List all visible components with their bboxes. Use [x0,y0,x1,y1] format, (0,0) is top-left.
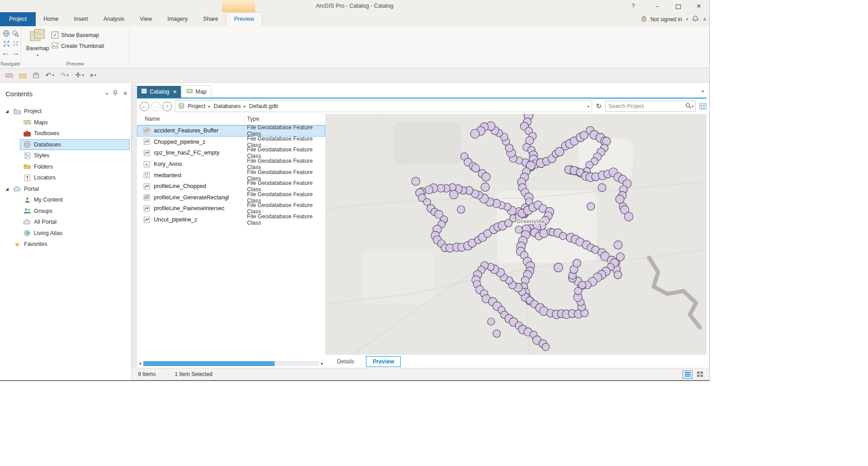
tree-item-groups[interactable]: Groups [0,206,131,217]
list-view-toggle[interactable] [683,370,693,379]
search-icon[interactable] [685,103,692,110]
ribbon-tab-view[interactable]: View [132,12,160,26]
tree-item-maps[interactable]: Maps [0,117,131,128]
close-tab-icon[interactable]: ✕ [173,89,177,95]
tree-item-label: Toolboxes [34,130,59,137]
file-row[interactable]: Chopped_pipeline_zFile Geodatabase Featu… [137,137,325,148]
view-options-button[interactable] [699,103,707,109]
ribbon-tab-share[interactable]: Share [195,12,226,26]
preview-tab-details[interactable]: Details [332,357,359,367]
breadcrumb-segment[interactable]: Default.gdb [249,103,278,109]
file-row[interactable]: profileLine_ChoppedFile Geodatabase Feat… [137,181,325,192]
caret-down-icon[interactable]: ▾ [52,73,54,77]
tree-item-styles[interactable]: Styles [0,150,131,161]
tree-item-all-portal[interactable]: All Portal [0,217,131,228]
up-button[interactable]: ↑ [162,102,172,111]
tab-map[interactable]: Map [182,85,211,98]
tab-catalog[interactable]: Catalog ✕ [137,86,181,98]
thumbnail-view-toggle[interactable] [695,370,705,379]
ribbon-tab-home[interactable]: Home [36,12,66,26]
file-name: Chopped_pipeline_z [154,139,205,145]
expander-icon[interactable]: ◢ [5,187,13,191]
search-input[interactable] [606,103,685,109]
panel-menu-chevron-icon[interactable]: ▾ [106,92,108,96]
tree-item-project[interactable]: ◢Project [0,106,131,117]
column-divider[interactable] [244,115,245,123]
ribbon-tab-preview[interactable]: Preview [226,12,262,26]
close-panel-icon[interactable]: ✕ [123,90,128,97]
scrollbar-thumb[interactable] [143,361,275,366]
explore-tool-button[interactable]: ▾ [73,71,86,80]
panel-splitter[interactable] [132,83,137,368]
tree-item-my-content[interactable]: My Content [0,194,131,206]
redo-button[interactable]: ↷▾ [58,71,70,80]
ribbon-tab-project[interactable]: Project [0,12,36,26]
refresh-icon[interactable]: ↻ [596,102,602,110]
zoom-extent-icon[interactable] [2,39,10,48]
next-extent-button[interactable]: → [11,48,20,58]
open-project-button[interactable] [17,72,28,79]
back-button[interactable]: ← [140,102,149,111]
zoom-fixed-icon[interactable] [11,39,19,48]
file-row[interactable]: cpz_line_hasZ_FC_emptyFile Geodatabase F… [137,147,325,159]
previous-extent-button[interactable]: ← [1,48,10,58]
notifications-bell-icon[interactable] [692,15,699,24]
ribbon-tab-insert[interactable]: Insert [66,12,95,26]
file-row[interactable]: profileLine_PairwiseIntersecFile Geodata… [137,203,325,214]
close-button[interactable]: ✕ [688,0,709,12]
selected-count: 1 Item Selected [175,371,212,377]
scrollbar-track[interactable] [143,361,319,366]
map-preview[interactable]: Greenville [325,114,707,355]
scroll-left-icon[interactable]: ◄ [137,362,143,366]
column-header-type[interactable]: Type [247,116,259,122]
folder-project-icon [13,108,22,114]
preview-tab-preview[interactable]: Preview [366,356,401,367]
globe-search-icon[interactable] [11,29,19,38]
undo-button[interactable]: ↶▾ [43,71,56,80]
basemap-button[interactable]: Basemap ▾ [25,28,50,63]
minimize-button[interactable]: – [647,0,668,12]
tab-list-chevron-icon[interactable]: ▾ [702,89,704,94]
ribbon-tab-imagery[interactable]: Imagery [160,12,195,26]
save-project-button[interactable] [31,72,41,79]
contents-panel-title: Contents [5,90,106,98]
pin-icon[interactable] [113,90,118,98]
tree-item-favorites[interactable]: ◢★Favorites [0,239,131,250]
breadcrumb-segment[interactable]: Project [188,103,205,109]
breadcrumb-segment[interactable]: Databases [213,103,241,109]
tree-item-folders[interactable]: Folders [0,161,131,173]
menu-icon: ≡ [90,72,94,79]
file-row[interactable]: accident_Features_BufferFile Geodatabase… [137,125,325,137]
caret-down-icon[interactable]: ▾ [686,17,688,21]
ribbon-tab-analysis[interactable]: Analysis [96,12,133,26]
forward-button[interactable]: → [151,102,161,111]
caret-down-icon[interactable]: ▾ [67,73,69,77]
tree-item-locators[interactable]: Locators [0,172,131,184]
expander-icon[interactable]: ◢ [5,109,13,113]
scroll-right-icon[interactable]: ► [319,362,325,366]
show-basemap-checkbox[interactable]: ✓ [52,32,58,38]
path-dropdown-chevron-icon[interactable]: ▾ [587,104,589,108]
tree-item-portal[interactable]: ◢Portal [0,184,131,195]
file-row[interactable]: mediantestFile Geodatabase Feature Class [137,169,325,181]
file-row[interactable]: AKory_AnnoFile Geodatabase Feature Class [137,159,325,170]
tree-item-living-atlas[interactable]: Living Atlas [0,228,131,239]
search-caret-icon[interactable]: ▾ [692,104,693,108]
tree-item-databases[interactable]: Databases [0,139,131,151]
file-row[interactable]: profileLine_GenerateRectanglFile Geodata… [137,192,325,203]
location-path-box[interactable]: Project▸Databases▸Default.gdb ▾ [175,100,592,112]
customize-toolbar-button[interactable]: ≡▾ [88,72,98,79]
help-button[interactable]: ? [624,0,642,12]
collapse-ribbon-icon[interactable]: ∧ [703,16,707,22]
file-name: Uncut_pipeline_z [154,217,197,223]
file-row[interactable]: Uncut_pipeline_zFile Geodatabase Feature… [137,214,325,226]
signin-label[interactable]: Not signed in [650,16,682,23]
globe-icon[interactable] [2,29,10,38]
tree-item-toolboxes[interactable]: Toolboxes [0,128,131,139]
maximize-button[interactable] [668,0,688,12]
column-header-name[interactable]: Name [145,116,160,122]
file-list-header: Name Type [137,114,325,125]
create-thumbnail-button[interactable]: Create Thumbnail [52,42,104,50]
new-map-button[interactable] [4,72,15,79]
caret-down-icon[interactable]: ▾ [82,73,84,77]
